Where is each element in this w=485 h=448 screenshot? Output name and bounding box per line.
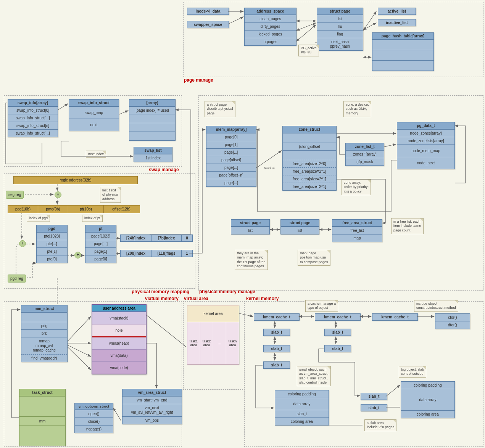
row-map: map	[332, 234, 382, 242]
vos-title: vm_options_struct	[75, 403, 113, 410]
bit-row-1: [24b]index [7b]index 0	[120, 234, 193, 242]
swap-info-array-title: swap_info[array]	[8, 100, 58, 106]
row-nz: node_zones[array]	[397, 129, 454, 137]
mem-map-title: mem_map[array]	[206, 126, 256, 133]
spacer	[21, 312, 67, 322]
seg-code: vma(code)	[92, 361, 146, 374]
user-address-area: user address area vma(stack) hole vmas(h…	[92, 304, 147, 374]
pgd-reg-chip: pgd reg	[8, 275, 26, 283]
row-swap-map: swap_map	[69, 106, 119, 119]
struct-page-title: struct page	[317, 8, 363, 15]
kmem-cache-1: kmem_cache_t	[254, 313, 300, 321]
row-st: slab_t	[275, 410, 329, 417]
label-virtual-mem: viatual memory	[145, 296, 179, 301]
note-freelist: in a free list, each item include same p…	[391, 218, 424, 234]
row: page[...]	[206, 179, 256, 186]
seg-heap: vmas(heap)	[92, 336, 146, 349]
bit-p1: 1	[182, 250, 193, 257]
swapper-space-box: swapper_space	[187, 21, 229, 28]
note-zone-array: zone array, order by priority; it is a p…	[342, 179, 371, 195]
slab-t-side-1: slab_t	[361, 393, 387, 400]
vm-options-struct: vm_options_struct open() close() nopage(…	[74, 403, 113, 433]
row-da: data array	[401, 389, 454, 410]
kmem-ctor-dtor: ctor() dtor()	[435, 313, 470, 329]
plus-1: +	[55, 191, 61, 198]
slab-t-21: slab_t	[324, 329, 351, 336]
kernel-area: kernel area	[187, 305, 239, 322]
inactive-list-box: inactive_list	[378, 19, 416, 26]
label-start-at: start at	[264, 166, 275, 170]
slab-t-13: slab_t	[263, 361, 290, 369]
label-phys-mapping: physical memory mapping	[132, 289, 189, 294]
plus-2: +	[19, 240, 26, 247]
active-list-box: active_list	[378, 8, 416, 15]
note-index-pt: index of pt	[82, 215, 103, 222]
bit-11b: [11b]flags	[151, 250, 182, 257]
row-list: list	[231, 226, 269, 234]
spacer	[19, 396, 65, 416]
label-swap-manage: swap manage	[149, 167, 179, 172]
row-nn: node_next	[397, 157, 454, 169]
fas-title: free_area_struct	[332, 220, 382, 226]
note-map-desc: map: page position map,use to compose pa…	[298, 250, 330, 266]
note-pg-active: PG_active PG_lru	[298, 45, 319, 56]
vm-area-struct: vm_srea_struct vm_start~vm_end vm_next v…	[122, 389, 182, 424]
row: page[1]	[206, 141, 256, 148]
row-zones: zones *[array]	[346, 150, 384, 158]
pgd-table: pgd pte[1023] pte[...] pte[1] pte[0]	[36, 225, 68, 263]
sp1-title: struct page	[231, 220, 269, 226]
seg-hole: hole	[92, 324, 146, 336]
row-ca: coloring area	[401, 410, 454, 418]
row-pdg: pdg	[21, 322, 67, 329]
row-locked-pages: locked_pages	[245, 30, 296, 38]
row-1st-index: 1st index	[134, 154, 172, 162]
vas-title: vm_srea_struct	[122, 389, 182, 396]
note-ctor: include object construct/destruct method	[414, 300, 458, 312]
struct-page-2: struct page list	[280, 219, 319, 234]
swap-info-array: swap_info[array] swap_info_struct[0] swa…	[8, 99, 58, 137]
slab-t-22: slab_t	[324, 345, 351, 352]
sp2-title: struct page	[281, 220, 319, 226]
row: page[0]	[206, 133, 256, 141]
label-phys-manage: physical memory manage	[199, 289, 255, 294]
note-zone: zone: a device, such as DMA, memory	[343, 101, 371, 117]
row	[129, 114, 175, 123]
row: pte[...]	[37, 240, 67, 247]
note-cache-manage: a cache manage a type of object	[305, 300, 338, 312]
page-hash-row	[372, 60, 433, 71]
slab-box-big: coloring padding data array coloring are…	[401, 381, 455, 418]
swap-list: swap_list 1st index	[134, 147, 172, 162]
spacer	[283, 150, 336, 160]
row-clean-pages: clean_pages	[245, 15, 296, 22]
bit-row-2: [20b]index [11b]flags 1	[120, 250, 193, 257]
note-slab-pages: a slab area include 2^0 pages	[364, 419, 396, 431]
col-dots: ...	[213, 322, 226, 364]
row: page[0]	[85, 255, 116, 263]
row: [page index] = used	[129, 106, 175, 114]
row-mm: mm	[19, 416, 65, 426]
offset-field: offset(12b)	[104, 206, 139, 213]
mm-struct-title: mm_struct	[21, 305, 67, 312]
row-hash: next_hash pprev_hash	[317, 38, 363, 50]
slab-t-12: slab_t	[263, 345, 290, 352]
row-findvma: find_vma(addr)	[21, 354, 67, 362]
slab-box-small: coloring padding data array slab_t color…	[275, 390, 329, 426]
kmem-cache-2: kmem_cache_t	[315, 313, 361, 321]
row: page[1]	[85, 247, 116, 255]
row: pte[1]	[37, 247, 67, 255]
swap-array-box: [array] [page index] = used	[129, 99, 176, 141]
row-close: close()	[75, 417, 113, 425]
note-struct-page: a struct page discrib a physical page	[205, 101, 235, 117]
spacer	[19, 426, 65, 446]
row: swap_info_struct[0]	[8, 106, 58, 114]
page-hash-row	[372, 50, 433, 60]
slab-t-side-2: slab_t	[361, 404, 387, 411]
row-ca: coloring area	[275, 417, 329, 425]
note-last12: last 12bit of physical address	[100, 187, 121, 203]
pgd-field: pgd(10b)	[8, 206, 38, 213]
row	[129, 123, 175, 132]
pt-field: pt(10b)	[68, 206, 104, 213]
pt-table: pt page[1023] page[...] page[1] page[0]	[85, 225, 116, 263]
row: swap_info_struct[n]	[8, 122, 58, 129]
row-flag: flag	[317, 30, 363, 38]
